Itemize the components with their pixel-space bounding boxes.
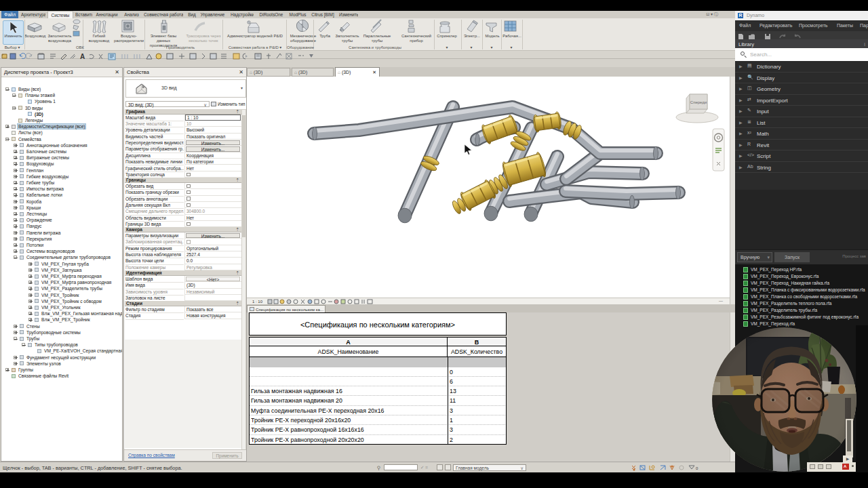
svg-text:0: 0 (696, 466, 698, 470)
svg-text:Спереди: Спереди (690, 100, 707, 104)
svg-text:A: A (80, 53, 85, 60)
